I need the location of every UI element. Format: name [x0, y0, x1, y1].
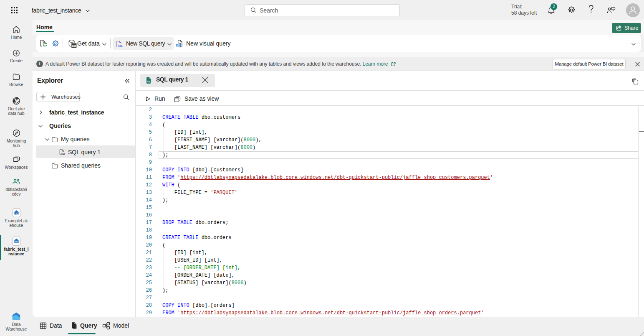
- svg-text:SQL: SQL: [118, 45, 123, 47]
- svg-text:SQL: SQL: [61, 153, 65, 155]
- svg-text:SQL: SQL: [147, 81, 151, 83]
